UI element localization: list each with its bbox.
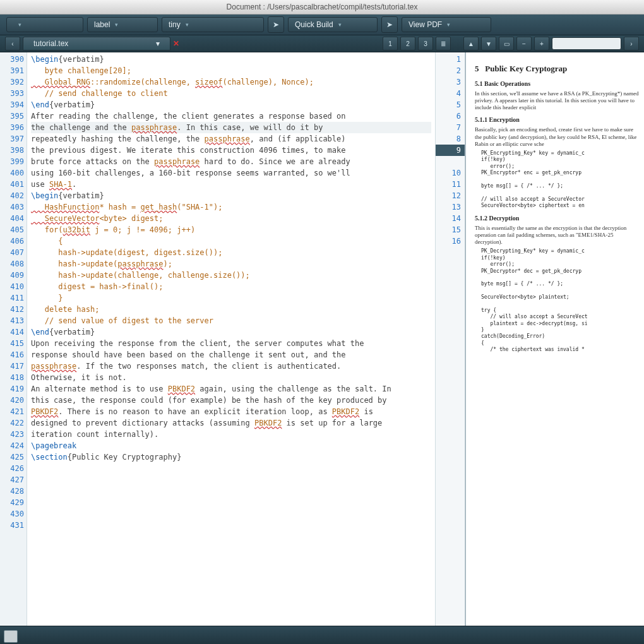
preview-subheading: 5.1.1 Encryption [475,116,639,124]
preview-paragraph: This is essentially the same as the encr… [475,225,639,246]
preview-code: PK_Encrypting_Key* key = dynamic_c if(!k… [481,150,639,210]
chevron-left-icon: ‹ [11,40,13,47]
pdf-search-input[interactable] [552,37,621,50]
arrow-right-icon: ➤ [386,20,393,29]
label-selector-label: label [94,18,110,32]
pdf-search-next-button[interactable]: › [624,37,639,51]
tabbar-right-tools: 1 2 3 ≣ ▲ ▼ ▭ − + › [383,37,639,51]
view-selector[interactable]: View PDF ▾ [402,17,491,32]
chevron-down-icon: ▾ [156,37,160,50]
chevron-down-icon: ▾ [18,18,21,32]
pdf-prev-page-button[interactable]: ▲ [463,37,479,51]
prev-tab-button[interactable]: ‹ [5,37,20,51]
chevron-down-icon: ▾ [115,18,118,32]
structure-column[interactable]: 12345678910111213141516 [435,52,465,626]
panel-1-button[interactable]: 1 [383,37,398,51]
arrow-right-icon: ➤ [273,20,279,29]
preview-paragraph: Basically, pick an encoding method, crea… [475,126,639,148]
preview-paragraph: In this section, we'll assume we have a … [475,90,639,112]
preview-heading: 5 Public Key Cryptograp [475,64,639,74]
build-selector-label: Quick Build [295,18,333,32]
structure-selector[interactable]: ▾ [6,17,83,32]
view-selector-label: View PDF [408,18,442,32]
build-selector[interactable]: Quick Build ▾ [288,17,378,32]
main-toolbar: ▾ label ▾ tiny ▾ ➤ Quick Build ▾ ➤ View … [0,15,644,35]
pdf-next-page-button[interactable]: ▼ [481,37,496,51]
run-view-button[interactable]: ➤ [381,16,398,33]
list-view-icon[interactable]: ≣ [436,37,451,51]
statusbar [0,626,644,644]
tab-tutorial[interactable]: tutorial.tex ▾ [23,37,170,51]
chevron-down-icon: ▾ [447,18,450,32]
size-selector-label: tiny [169,18,181,32]
line-number-gutter: 3903913923933943953963973983994004014024… [0,52,27,626]
panel-3-button[interactable]: 3 [418,37,433,51]
preview-subheading: 5.1 Basic Operations [475,80,639,88]
pdf-zoom-in-button[interactable]: + [534,37,549,51]
source-editor[interactable]: \begin{verbatim} byte challenge[20]; Glo… [27,52,435,626]
status-cell [4,630,18,643]
chevron-down-icon: ▾ [186,18,189,32]
window-titlebar: Document : /Users/pascalbrachet/compil/t… [0,0,644,15]
window-title: Document : /Users/pascalbrachet/compil/t… [227,3,418,11]
label-selector[interactable]: label ▾ [87,17,158,32]
chevron-down-icon: ▾ [338,18,342,32]
size-selector[interactable]: tiny ▾ [162,17,264,32]
pdf-zoom-out-button[interactable]: − [516,37,532,51]
tab-label: tutorial.tex [33,37,68,50]
panel-2-button[interactable]: 2 [400,37,415,51]
pdf-preview[interactable]: 5 Public Key Cryptograp 5.1 Basic Operat… [465,52,644,626]
run-build-button[interactable]: ➤ [268,16,284,33]
pdf-tool-button[interactable]: ▭ [499,37,514,51]
preview-subheading: 5.1.2 Decryption [475,215,639,222]
document-tabbar: ‹ tutorial.tex ▾ ✕ 1 2 3 ≣ ▲ ▼ ▭ − + › [0,35,644,52]
preview-code: PK_Decrypting_Key* key = dynamic_c if(!k… [481,248,639,353]
close-tab-button[interactable]: ✕ [173,39,179,48]
workarea: 3903913923933943953963973983994004014024… [0,52,644,626]
